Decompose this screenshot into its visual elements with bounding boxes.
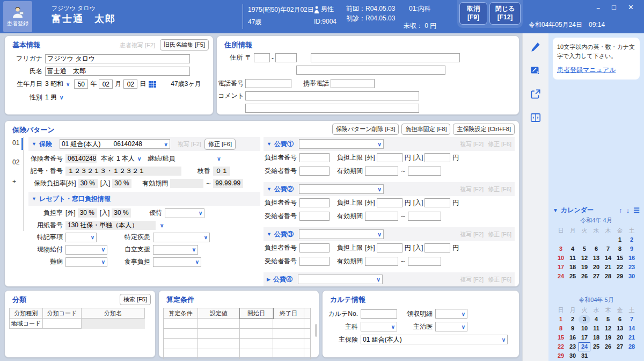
calendar-day[interactable]: 24	[555, 272, 567, 281]
calc-cell[interactable]	[240, 329, 273, 339]
era-select[interactable]: 3 昭和 ∨	[45, 80, 70, 89]
genbutsu-select[interactable]: ∨	[65, 245, 107, 255]
window-maximize-icon[interactable]: □	[612, 3, 616, 11]
phone-input[interactable]	[245, 79, 291, 88]
calendar-day[interactable]: 8	[555, 324, 567, 333]
calendar-day[interactable]: 21	[626, 333, 638, 342]
calendar-day[interactable]: 28	[602, 272, 614, 281]
birth-year-input[interactable]	[74, 80, 88, 89]
calendar-day[interactable]: 5	[579, 244, 590, 254]
kohi3-payer-input[interactable]	[299, 243, 330, 252]
calc-scrollbar[interactable]	[315, 324, 317, 337]
yutai-select[interactable]: ∨	[165, 208, 204, 218]
main-insurance-select[interactable]: 01 組合(本人) ∨	[361, 335, 508, 344]
calendar-day[interactable]: 29	[555, 351, 567, 360]
calc-cell[interactable]	[240, 319, 273, 329]
calendar-day[interactable]: 15	[614, 254, 626, 263]
kohi1-period-start-input[interactable]	[365, 167, 398, 176]
pencil-icon[interactable]	[530, 41, 541, 53]
calendar-list-icon[interactable]: ☰	[633, 206, 640, 214]
calendar-day[interactable]: 25	[567, 272, 579, 281]
calendar-day[interactable]: 1	[614, 235, 626, 244]
mobile-input[interactable]	[331, 79, 375, 88]
calendar-day[interactable]: 30	[626, 272, 638, 281]
calc-cell[interactable]	[273, 329, 304, 339]
close-button[interactable]: 閉じる [F12]	[489, 2, 521, 25]
name-input[interactable]	[45, 67, 190, 76]
calendar-day[interactable]: 9	[567, 324, 579, 333]
delete-pattern-button[interactable]: 保険パターン削除 [F3]	[332, 124, 399, 135]
shokuji-select[interactable]: ∨	[153, 257, 201, 267]
calc-cell[interactable]	[164, 319, 198, 329]
calendar-day[interactable]: 12	[602, 324, 614, 333]
calendar-day[interactable]: 16	[567, 333, 579, 342]
calendar-day[interactable]: 10	[579, 324, 590, 333]
tokutei-select[interactable]: ∨	[153, 233, 210, 242]
calendar-day[interactable]: 8	[614, 244, 626, 254]
calc-cell[interactable]	[240, 349, 273, 359]
kohi2-select[interactable]: ∨	[299, 184, 384, 194]
kohi1-payer-input[interactable]	[299, 153, 330, 162]
tokki-select[interactable]: ∨	[65, 233, 97, 242]
address1-input[interactable]	[311, 53, 460, 62]
calendar-day[interactable]: 15	[555, 333, 567, 342]
kohi2-period-end-input[interactable]	[408, 212, 441, 221]
calc-cell[interactable]	[164, 349, 198, 359]
kohi1-limit-in-input[interactable]	[425, 153, 450, 162]
pattern-tab-add[interactable]: +	[9, 176, 23, 187]
calendar-day[interactable]: 11	[590, 324, 602, 333]
main-insurance-button[interactable]: 主保険設定 [Ctrl+F8]	[453, 124, 515, 135]
classification-code-cell[interactable]	[43, 319, 82, 329]
calendar-day[interactable]: 4	[567, 244, 579, 254]
calendar-day[interactable]: 19	[602, 333, 614, 342]
calendar-day[interactable]: 12	[579, 254, 590, 263]
calc-cell[interactable]	[273, 349, 304, 359]
main-dept-select[interactable]: ∨	[361, 322, 397, 331]
calendar-day[interactable]: 18	[590, 333, 602, 342]
kohi3-recipient-input[interactable]	[299, 257, 330, 266]
calendar-day[interactable]: 10	[555, 254, 567, 263]
address2-input[interactable]	[296, 66, 445, 75]
calendar-day[interactable]: 6	[614, 315, 626, 324]
calendar-day[interactable]: 22	[614, 263, 626, 272]
comment2-input[interactable]	[245, 104, 419, 113]
expand-horizontal-icon[interactable]	[530, 112, 541, 124]
gender-select[interactable]: 1 男 ∨	[45, 93, 63, 102]
kohi3-limit-out-input[interactable]	[377, 243, 402, 252]
kohi3-limit-in-input[interactable]	[425, 243, 450, 252]
kohi3-select[interactable]: ∨	[299, 229, 384, 239]
calc-cell[interactable]	[273, 339, 304, 349]
kohi3-period-end-input[interactable]	[408, 257, 441, 266]
kohi4-select[interactable]: ∨	[298, 275, 383, 284]
external-link-icon[interactable]	[530, 88, 541, 100]
triangle-down-icon[interactable]: ▼	[267, 141, 272, 147]
calendar-day[interactable]: 30	[567, 351, 579, 360]
calendar-day[interactable]: 24	[579, 342, 590, 351]
calendar-day[interactable]: 31	[579, 351, 590, 360]
receipt-detail-select[interactable]: ∨	[435, 309, 467, 319]
calendar-day[interactable]: 16	[626, 254, 638, 263]
calendar-day[interactable]: 7	[626, 315, 638, 324]
doctor-select[interactable]: ∨	[435, 322, 467, 331]
calendar-day[interactable]: 3	[555, 244, 567, 254]
calc-cell[interactable]	[198, 319, 240, 329]
calendar-day[interactable]: 27	[590, 272, 602, 281]
calendar-next-icon[interactable]: ↓	[626, 206, 630, 214]
calendar-day[interactable]: 26	[602, 342, 614, 351]
manual-link[interactable]: 患者登録マニュアル	[557, 65, 616, 75]
birth-month-input[interactable]	[99, 80, 113, 89]
calendar-day[interactable]: 9	[626, 244, 638, 254]
calendar-day[interactable]: 23	[567, 342, 579, 351]
classification-search-button[interactable]: 検索 [F5]	[120, 294, 151, 305]
pattern-tab-01[interactable]: 01	[9, 137, 23, 149]
calendar-day[interactable]: 22	[555, 342, 567, 351]
keizoku-select[interactable]: ∨	[178, 156, 221, 162]
birth-day-input[interactable]	[123, 80, 137, 89]
calendar-day[interactable]: 29	[614, 272, 626, 281]
chevron-down-icon[interactable]: ∨	[160, 222, 164, 228]
kohi1-period-end-input[interactable]	[408, 167, 441, 176]
zip2-input[interactable]	[275, 53, 297, 62]
triangle-down-icon[interactable]: ▼	[553, 207, 558, 213]
calendar-day[interactable]: 17	[579, 333, 590, 342]
pattern-tab-02[interactable]: 02	[9, 156, 23, 168]
